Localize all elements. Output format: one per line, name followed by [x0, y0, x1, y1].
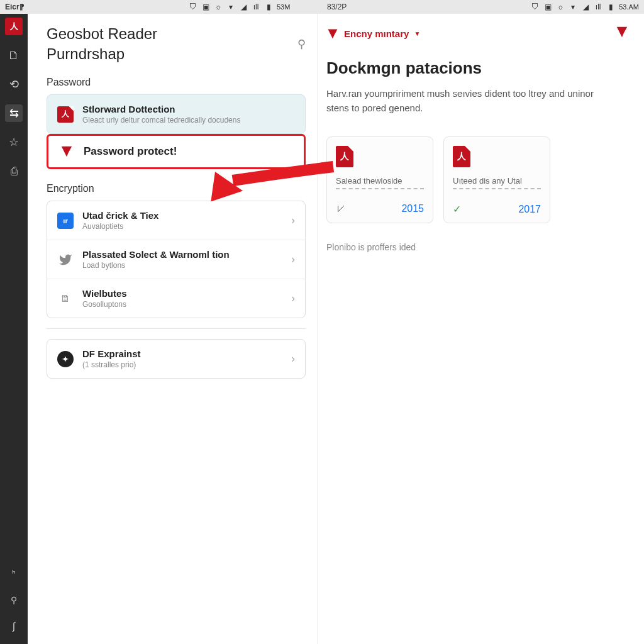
doc-cards: 人 Salead thewloside ⩗ 2015 人 Uıteed dis …: [326, 136, 629, 223]
pdf-icon: 人: [336, 146, 353, 167]
row-sub: Auvaloptiets: [82, 222, 282, 231]
right-note: Plonibo is proffers ided: [326, 242, 629, 252]
blue-square-icon: ır: [57, 213, 74, 229]
chevron-right-icon: ›: [291, 253, 295, 266]
signal-small-icon: ◢: [581, 3, 590, 11]
encryption-item-2[interactable]: Plassated Solect & Warnoml tion Load byt…: [47, 240, 305, 279]
adobe-icon: [58, 143, 75, 160]
status-bar: Eicr⁋ ⛉ ▣ ☼ ▾ ◢ ıll ▮ 53M 83/2P ⛉ ▣ ☼ ▾ …: [0, 0, 644, 14]
section-password: Password: [47, 77, 306, 88]
status-time-1: 53M: [277, 3, 290, 11]
signal-icon: ıll: [252, 3, 260, 11]
doc-title: Uıteed dis any Utal: [453, 176, 541, 186]
doc-card-2[interactable]: 人 Uıteed dis any Utal ✓ 2017: [443, 136, 550, 223]
encryption-list: ır Utad črick & Tiex Auvaloptiets › Plas…: [47, 201, 306, 318]
row-sub: (1 sstralles prio): [82, 360, 282, 369]
file-icon[interactable]: 🗋: [5, 47, 23, 64]
right-body: Harv.ran youmpririment mush seıvies dide…: [326, 87, 597, 115]
right-pane: Encny mıntary ▼ Dockmgn patacions Harv.r…: [317, 14, 644, 644]
extra-item[interactable]: ✦ DF Exprainst (1 sstralles prio) ›: [47, 340, 305, 378]
pdf-icon: 人: [57, 106, 74, 123]
app-subtitle: Purndrshap: [47, 45, 157, 63]
section-encryption: Encryption: [47, 183, 306, 194]
star-icon[interactable]: ☆: [5, 133, 23, 151]
app-title: Geosbot Reader: [47, 25, 157, 43]
signal-small-icon: ◢: [239, 3, 248, 11]
check-red-icon: ⩗: [336, 203, 346, 214]
settings-icon[interactable]: ∫: [5, 618, 23, 635]
carrier-label: Eicr⁋: [5, 3, 25, 11]
row-title: DF Exprainst: [82, 348, 282, 359]
status-cluster-right: ⛉ ▣ ☼ ▾ ◢ ıll ▮ 53.AM: [531, 3, 639, 11]
box-icon: ▣: [201, 3, 210, 11]
encryption-item-3[interactable]: 🗎 Wielbutes Gosolluptons ›: [47, 279, 305, 318]
extra-list: ✦ DF Exprainst (1 sstralles prio) ›: [47, 339, 306, 379]
battery-icon: ▮: [606, 3, 615, 11]
document-icon: 🗎: [57, 291, 74, 307]
adobe-icon: [326, 28, 339, 40]
chevron-down-icon: ▼: [414, 30, 420, 37]
wifi-icon: ▾: [226, 3, 235, 11]
doc-card-1[interactable]: 人 Salead thewloside ⩗ 2015: [326, 136, 433, 223]
row-title: Stlorward Dottection: [82, 104, 295, 114]
row-title: Plassated Solect & Warnoml tion: [82, 249, 282, 260]
doc-title: Salead thewloside: [336, 176, 424, 186]
shield-icon: ⛉: [531, 3, 540, 11]
encryption-item-1[interactable]: ır Utad črick & Tiex Auvaloptiets ›: [47, 201, 305, 240]
dash-line: [336, 188, 424, 192]
divider: [47, 328, 306, 329]
globe-icon: ☼: [556, 3, 565, 11]
bird-icon: [57, 252, 74, 268]
chevron-right-icon: ›: [291, 292, 295, 305]
adobe-corner-icon[interactable]: [615, 25, 629, 42]
left-rail: 人 🗋 ⟲ ⇆ ☆ ⎙ ʰ ⚲ ∫: [0, 14, 28, 644]
globe-icon: ☼: [214, 3, 223, 11]
right-heading: Dockmgn patacions: [326, 58, 629, 78]
row-sub: Load bytlons: [82, 261, 282, 270]
chevron-right-icon: ›: [291, 352, 295, 365]
help-icon[interactable]: ʰ: [5, 565, 23, 582]
status-time-2: 53.AM: [619, 3, 639, 11]
export-icon[interactable]: ⎙: [5, 162, 23, 180]
password-detection-card: 人 Stlorward Dottection Gleact urly deltu…: [47, 94, 306, 134]
password-detection-item[interactable]: 人 Stlorward Dottection Gleact urly deltu…: [47, 95, 305, 133]
row-title: Wielbutes: [82, 288, 282, 299]
status-cluster-left: ⛉ ▣ ☼ ▾ ◢ ıll ▮ 53M: [189, 3, 290, 11]
dash-line: [453, 188, 541, 192]
chevron-right-icon: ›: [291, 214, 295, 227]
left-pane: Geosbot Reader Purndrshap ⚲ Password 人 S…: [28, 14, 317, 644]
row-title: Password protect!: [84, 145, 294, 158]
status-time-mid: 83/2P: [327, 3, 347, 11]
doc-year: 2015: [401, 203, 424, 214]
password-protect-item[interactable]: Password protect!: [47, 134, 306, 169]
battery-icon: ▮: [264, 3, 273, 11]
row-sub: Gleact urly deltur comcal tedredically d…: [82, 116, 295, 125]
wifi-icon: ▾: [569, 3, 577, 11]
signal-icon: ıll: [594, 3, 602, 11]
plus-circle-icon: ✦: [57, 351, 74, 367]
account-icon[interactable]: ⚲: [5, 591, 23, 609]
row-sub: Gosolluptons: [82, 300, 282, 309]
app-logo-icon[interactable]: 人: [5, 18, 23, 35]
tools-icon[interactable]: ⇆: [5, 104, 23, 122]
main-area: Geosbot Reader Purndrshap ⚲ Password 人 S…: [28, 14, 644, 644]
check-green-icon: ✓: [453, 203, 461, 215]
brand-dropdown[interactable]: Encny mıntary ▼: [326, 28, 420, 40]
pin-icon[interactable]: ⚲: [297, 37, 306, 51]
brand-label: Encny mıntary: [344, 28, 409, 39]
pdf-icon: 人: [453, 146, 470, 167]
shield-icon: ⛉: [189, 3, 197, 11]
box-icon: ▣: [543, 3, 552, 11]
row-title: Utad črick & Tiex: [82, 210, 282, 221]
sync-icon[interactable]: ⟲: [5, 75, 23, 93]
doc-year: 2017: [518, 204, 541, 215]
